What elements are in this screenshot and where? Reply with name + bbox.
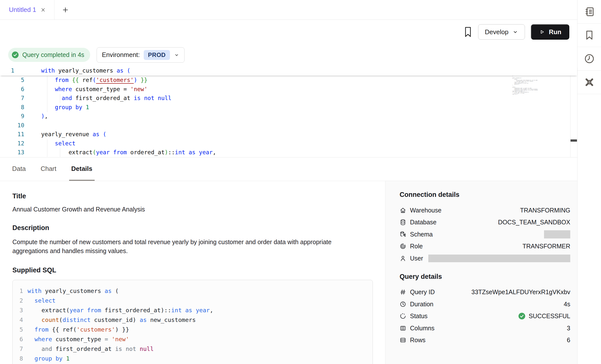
line-number: 5: [0, 77, 24, 83]
sql-line-8: 8 group by 1: [16, 354, 368, 363]
status-row: Query completed in 4s Environment: PROD: [0, 44, 577, 66]
row-value: 33TZseWpe1ALFDUYerxR1gVKxbv: [471, 288, 570, 296]
row-label: Database: [410, 219, 437, 226]
spinner-icon: [400, 313, 406, 319]
title-heading: Title: [12, 192, 373, 200]
row-label: Warehouse: [410, 207, 441, 214]
editor-line-1[interactable]: 1with yearly_customers as (: [0, 66, 577, 76]
line-number: 7: [16, 345, 27, 352]
details-panel: Title Annual Customer Growth and Revenue…: [0, 181, 577, 364]
role-icon: [400, 243, 406, 250]
row-value: TRANSFORMING: [520, 207, 570, 214]
environment-select[interactable]: Environment: PROD: [97, 47, 185, 63]
chevron-down-icon: [174, 52, 179, 58]
sidebar-button-sparkle-x[interactable]: [577, 71, 601, 94]
code-text: and first_ordered_at is not null: [27, 345, 154, 352]
row-label: Schema: [410, 231, 433, 238]
code-text: with yearly_customers as (: [27, 287, 119, 294]
indent-guide: [60, 94, 60, 103]
editor-tab-bar: Untitled 1: [0, 0, 577, 20]
database-icon: [400, 219, 406, 226]
develop-label: Develop: [485, 28, 508, 36]
code-text: where customer_type = 'new': [41, 86, 147, 92]
line-number: 9: [0, 113, 24, 119]
connection-row-warehouse: WarehouseTRANSFORMING: [400, 204, 570, 216]
editor-line-11[interactable]: 11yearly_revenue as (: [0, 130, 577, 139]
row-value: TRANSFORMER: [522, 243, 570, 250]
sql-line-5: 5 from {{ ref('customers') }}: [16, 325, 368, 334]
line-number: 13: [0, 149, 24, 156]
editor-line-13[interactable]: 13 extract(year from ordered_at)::int as…: [0, 148, 577, 157]
line-number: 11: [0, 131, 24, 137]
environment-value-badge: PROD: [144, 50, 170, 60]
sql-line-6: 6 where customer_type = 'new': [16, 334, 368, 344]
tab-untitled-1[interactable]: Untitled 1: [0, 0, 55, 20]
code-text: group by 1: [27, 355, 70, 362]
editor-line-5[interactable]: 5 from {{ ref('customers') }}: [0, 76, 577, 85]
clock-icon: [400, 301, 406, 308]
history-icon: [584, 53, 595, 64]
connection-row-role: RoleTRANSFORMER: [400, 240, 570, 253]
editor-line-12[interactable]: 12 select: [0, 139, 577, 148]
run-label: Run: [549, 28, 561, 36]
row-label: User: [410, 255, 423, 262]
editor-scrollbar-thumb[interactable]: [571, 139, 577, 142]
schema-icon: [400, 231, 406, 238]
title-text: Annual Customer Growth and Revenue Analy…: [12, 206, 373, 213]
columns-icon: [400, 325, 406, 332]
sidebar-button-notebook[interactable]: [577, 0, 601, 24]
result-tab-bar: DataChartDetails: [0, 157, 577, 181]
query-details-heading: Query details: [400, 273, 570, 281]
develop-button[interactable]: Develop: [478, 24, 525, 40]
editor-scrollbar-track[interactable]: [570, 66, 577, 157]
sidebar-button-bookmark[interactable]: [577, 24, 601, 47]
details-left-pane: Title Annual Customer Growth and Revenue…: [0, 181, 385, 364]
redacted-value-bar: [544, 230, 570, 238]
editor-line-8[interactable]: 8 group by 1: [0, 103, 577, 112]
new-tab-button[interactable]: [62, 0, 69, 20]
query-row-query-id: Query ID33TZseWpe1ALFDUYerxR1gVKxbv: [400, 286, 570, 298]
editor-line-10[interactable]: 10: [0, 121, 577, 130]
line-number: 3: [16, 307, 27, 314]
connection-row-user: User: [400, 252, 570, 264]
row-value: SUCCESSFUL: [529, 312, 570, 320]
editor-sticky-line: 1with yearly_customers as (: [0, 66, 577, 76]
editor-line-6[interactable]: 6 where customer_type = 'new': [0, 85, 577, 94]
sql-editor[interactable]: 1with yearly_customers as ( 5 from {{ re…: [0, 66, 577, 157]
bookmark-icon: [584, 29, 595, 41]
tab-title: Untitled 1: [9, 6, 36, 14]
query-row-status: StatusSUCCESSFUL: [400, 310, 570, 322]
tab-details[interactable]: Details: [69, 157, 95, 181]
connection-details-heading: Connection details: [400, 191, 570, 199]
code-text: where customer_type = 'new': [27, 336, 129, 343]
query-details-rows: Query ID33TZseWpe1ALFDUYerxR1gVKxbvDurat…: [400, 286, 570, 346]
tab-chart[interactable]: Chart: [38, 157, 59, 181]
editor-lines: 5 from {{ ref('customers') }}6 where cus…: [0, 76, 577, 157]
row-value: 4s: [564, 301, 570, 308]
editor-line-7[interactable]: 7 and first_ordered_at is not null: [0, 94, 577, 103]
run-button[interactable]: Run: [531, 24, 569, 40]
close-icon[interactable]: [40, 7, 46, 13]
bookmark-icon[interactable]: [464, 26, 472, 38]
details-right-pane: Connection details WarehouseTRANSFORMING…: [385, 181, 577, 364]
row-label: Rows: [410, 337, 426, 344]
tab-data[interactable]: Data: [10, 157, 28, 181]
chevron-down-icon: [512, 29, 518, 35]
row-value: 6: [567, 337, 570, 344]
sidebar-button-history[interactable]: [577, 47, 601, 71]
code-text: yearly_revenue as (: [41, 131, 106, 137]
code-text: from {{ ref('customers') }}: [27, 326, 129, 333]
check-circle-icon: [11, 51, 19, 59]
code-text: from {{ ref('customers') }}: [41, 77, 147, 83]
row-label: Status: [410, 312, 428, 320]
connection-details-rows: WarehouseTRANSFORMINGDatabaseDOCS_TEAM_S…: [400, 204, 570, 264]
line-number: 7: [0, 95, 24, 101]
row-label: Columns: [410, 325, 435, 332]
code-text: select: [41, 140, 75, 147]
line-number: 6: [16, 336, 27, 343]
supplied-sql-heading: Supplied SQL: [12, 266, 373, 274]
row-label: Role: [410, 243, 423, 250]
sql-line-7: 7 and first_ordered_at is not null: [16, 344, 368, 354]
editor-line-9[interactable]: 9),: [0, 112, 577, 121]
description-heading: Description: [12, 224, 373, 232]
